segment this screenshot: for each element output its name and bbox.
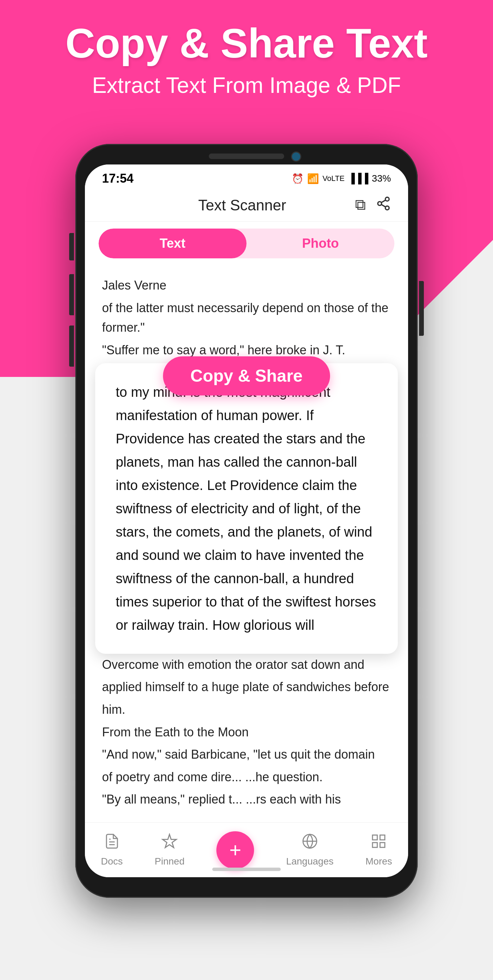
white-card: to my mind. is the most magnificent mani…: [95, 363, 398, 654]
wifi-icon: 📶: [307, 173, 319, 185]
phone-btn-volume-down: [69, 274, 74, 315]
scan-bottom-4: Overcome with emotion the orator sat dow…: [102, 655, 391, 675]
home-indicator: [212, 868, 281, 871]
tab-text[interactable]: Text: [98, 229, 246, 258]
svg-line-3: [381, 205, 386, 207]
svg-rect-12: [373, 843, 377, 847]
phone-outer: 17:54 ⏰ 📶 VoLTE ▐▐▐ 33% Text Scanner ⧉: [75, 144, 418, 898]
white-card-text: to my mind. is the most magnificent mani…: [116, 380, 377, 636]
status-icons: ⏰ 📶 VoLTE ▐▐▐ 33%: [292, 173, 391, 185]
plus-icon: +: [229, 840, 241, 861]
svg-rect-11: [380, 843, 385, 847]
docs-icon: [104, 833, 120, 853]
phone-screen: 17:54 ⏰ 📶 VoLTE ▐▐▐ 33% Text Scanner ⧉: [85, 164, 408, 877]
tab-photo[interactable]: Photo: [246, 229, 395, 258]
volte-icon: VoLTE: [322, 174, 344, 183]
battery-text: 33%: [372, 173, 391, 184]
copy-share-button[interactable]: Copy & Share: [163, 356, 330, 395]
docs-label: Docs: [101, 856, 123, 867]
scan-bottom-8: "And now," said Barbicane, "let us quit …: [102, 745, 391, 764]
scan-line-2: of the latter must necessarily depend on…: [102, 298, 391, 337]
header-section: Copy & Share Text Extract Text From Imag…: [0, 21, 493, 98]
phone-container: 17:54 ⏰ 📶 VoLTE ▐▐▐ 33% Text Scanner ⧉: [75, 144, 418, 898]
svg-line-4: [381, 200, 386, 202]
tab-bar: Text Photo: [98, 229, 395, 258]
app-header-icons[interactable]: ⧉: [355, 196, 391, 215]
header-subtitle: Extract Text From Image & PDF: [0, 73, 493, 98]
header-title: Copy & Share Text: [0, 21, 493, 66]
phone-speaker: [209, 154, 284, 159]
pinned-label: Pinned: [155, 856, 184, 867]
phone-camera: [291, 151, 301, 162]
svg-point-2: [385, 206, 389, 210]
app-title: Text Scanner: [198, 197, 286, 214]
mores-label: Mores: [366, 856, 392, 867]
share-icon-btn[interactable]: [376, 196, 391, 215]
scan-line-1: Jales Verne: [102, 275, 391, 295]
svg-rect-10: [380, 835, 385, 840]
scan-bottom-9: of poetry and come dire... ...he questio…: [102, 767, 391, 787]
nav-mores[interactable]: Mores: [366, 833, 392, 867]
languages-icon: [302, 833, 318, 853]
pinned-icon: [161, 833, 178, 853]
nav-pinned[interactable]: Pinned: [155, 833, 184, 867]
app-header: Text Scanner ⧉: [85, 189, 408, 222]
scan-bottom-6: him.: [102, 700, 391, 719]
add-button[interactable]: +: [216, 831, 254, 869]
mores-icon: [371, 833, 387, 853]
scan-bottom-5: applied himself to a huge plate of sandw…: [102, 677, 391, 697]
phone-btn-silent: [69, 326, 74, 367]
phone-btn-power: [419, 281, 424, 336]
svg-rect-9: [373, 835, 377, 840]
nav-languages[interactable]: Languages: [286, 833, 334, 867]
languages-label: Languages: [286, 856, 334, 867]
alarm-icon: ⏰: [292, 173, 304, 185]
svg-point-1: [378, 202, 382, 205]
status-bar: 17:54 ⏰ 📶 VoLTE ▐▐▐ 33%: [85, 164, 408, 189]
copy-icon-btn[interactable]: ⧉: [355, 196, 366, 215]
scan-bottom-7: From the Eath to the Moon: [102, 722, 391, 742]
signal-icon: ▐▐▐: [348, 173, 368, 184]
scan-bottom-10: "By all means," replied t... ...rs each …: [102, 789, 391, 809]
nav-docs[interactable]: Docs: [101, 833, 123, 867]
svg-point-0: [385, 197, 389, 201]
phone-btn-volume-up: [69, 233, 74, 261]
status-time: 17:54: [102, 171, 133, 186]
